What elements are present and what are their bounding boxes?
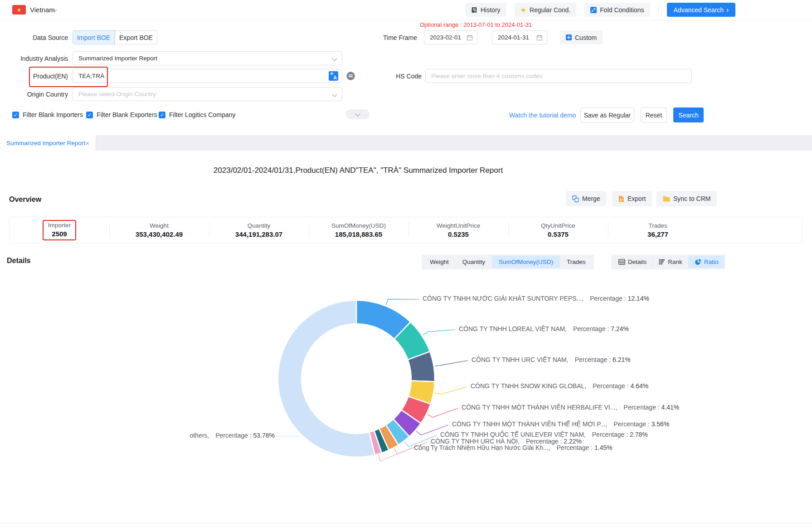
- tab-summarized-importer-report[interactable]: Summarized Importer Report ×: [0, 135, 96, 151]
- pie-label-2: CÔNG TY TNHH URC VIỆT NAM,Percentage : 6…: [472, 356, 631, 363]
- pie-chart-icon: [695, 259, 701, 265]
- optional-range-note: Optional range : 2013-07-01 to 2024-01-3…: [420, 21, 532, 28]
- fold-conditions-button[interactable]: Fold Conditions: [584, 3, 650, 17]
- regular-cond-button[interactable]: ★ Regular Cond.: [515, 3, 577, 17]
- fold-conditions-label: Fold Conditions: [600, 6, 644, 14]
- history-button[interactable]: History: [465, 3, 506, 17]
- filter-logitics-company-label: Filter Logitics Company: [169, 111, 235, 118]
- merge-button[interactable]: Merge: [566, 191, 607, 206]
- regular-cond-label: Regular Cond.: [530, 6, 570, 14]
- data-source-label: Data Source: [0, 34, 68, 41]
- filter-blank-importers-checkbox[interactable]: ✓ Filter Blank Importers: [12, 111, 83, 118]
- pie-label-1: CÔNG TY TNHH LOREAL VIỆT NAM,Percentage …: [459, 325, 629, 332]
- custom-range-button[interactable]: Custom: [560, 30, 603, 44]
- view-tabs: Details Rank Ratio: [611, 254, 725, 269]
- sync-to-crm-button[interactable]: Sync to CRM: [656, 191, 717, 206]
- stat-label: Importer: [48, 222, 71, 229]
- import-boe-tab[interactable]: Import BOE: [73, 30, 115, 44]
- tab-strip: Summarized Importer Report ×: [0, 135, 812, 151]
- pie-label-3: CÔNG TY TNHH SNOW KING GLOBAL,Percentage…: [471, 382, 648, 390]
- tab-sum-of-money[interactable]: SumOfMoney(USD): [492, 256, 560, 268]
- checkbox-checked-icon: ✓: [86, 112, 93, 118]
- pie-label-0: CÔNG TY TNHH NƯỚC GIẢI KHÁT SUNTORY PEPS…: [423, 295, 649, 302]
- date-to-input[interactable]: 2024-01-31: [492, 30, 547, 44]
- filter-logitics-company-checkbox[interactable]: ✓ Filter Logitics Company: [159, 111, 235, 118]
- hs-code-input[interactable]: Please enter more than 4 customs codes: [425, 69, 692, 83]
- stat-label: QtyUnitPrice: [541, 222, 575, 229]
- report-title: 2023/02/01-2024/01/31,Product(EN) AND"TE…: [0, 166, 716, 175]
- history-icon: [471, 7, 477, 13]
- stat-label: Quantity: [248, 222, 270, 229]
- origin-country-select[interactable]: Please select Origin Country: [73, 87, 342, 101]
- translate-icon[interactable]: A: [329, 71, 338, 81]
- tab-title: Summarized Importer Report: [6, 140, 85, 146]
- page: ★ Vietnam History ★ Regular Cond. Fold C…: [0, 0, 812, 527]
- save-as-regular-button[interactable]: Save as Regular: [580, 107, 634, 122]
- export-label: Export: [627, 195, 646, 202]
- stat-weight: Weight 353,430,402.49: [109, 217, 209, 243]
- view-details-button[interactable]: Details: [613, 256, 652, 268]
- metric-tabs: Weight Quantity SumOfMoney(USD) Trades: [422, 254, 594, 269]
- stat-value: 0.5375: [548, 230, 569, 238]
- topbar: ★ Vietnam History ★ Regular Cond. Fold C…: [0, 0, 812, 20]
- pie-leader-4: [427, 408, 458, 417]
- topbar-divider: [658, 6, 659, 14]
- reset-button[interactable]: Reset: [641, 107, 667, 122]
- product-en-input[interactable]: TEA;TRÀ A: [73, 69, 342, 83]
- pie-leader-2: [435, 361, 468, 366]
- date-from-input[interactable]: 2023-02-01: [424, 30, 477, 44]
- pie-leader-0: [386, 299, 419, 305]
- merge-icon: [572, 195, 579, 202]
- checkbox-checked-icon: ✓: [159, 112, 165, 118]
- tab-quantity[interactable]: Quantity: [456, 256, 492, 268]
- calendar-icon[interactable]: [536, 34, 543, 41]
- filter-blank-exporters-checkbox[interactable]: ✓ Filter Blank Exporters: [86, 111, 157, 118]
- view-ratio-label: Ratio: [704, 259, 719, 265]
- stat-value: 36,277: [647, 230, 668, 238]
- ratio-donut-chart: CÔNG TY TNHH NƯỚC GIẢI KHÁT SUNTORY PEPS…: [0, 272, 812, 523]
- sync-to-crm-label: Sync to CRM: [673, 195, 710, 202]
- stat-label: Trades: [648, 222, 667, 229]
- view-ratio-button[interactable]: Ratio: [688, 256, 724, 268]
- industry-analysis-select[interactable]: Summarized Importer Report: [73, 51, 342, 65]
- pie-label-10: others,Percentage : 53.78%: [190, 432, 275, 439]
- advanced-search-button[interactable]: Advanced Search ›: [667, 3, 736, 17]
- section-divider: [0, 523, 812, 523]
- stat-value: 344,191,283.07: [235, 230, 282, 238]
- product-en-label: Product(EN): [0, 73, 68, 80]
- stat-value: 0.5235: [448, 230, 469, 238]
- view-rank-button[interactable]: Rank: [652, 256, 688, 268]
- folder-sync-icon: [663, 196, 670, 202]
- stat-value: 2509: [52, 230, 67, 238]
- rank-icon: [659, 259, 665, 265]
- overview-heading: Overview: [9, 195, 41, 204]
- importer-highlight-box: Importer 2509: [43, 220, 76, 240]
- time-frame-label: Time Frame: [349, 34, 417, 41]
- tab-weight[interactable]: Weight: [423, 256, 456, 268]
- stat-label: WeightUnitPrice: [437, 222, 481, 229]
- close-icon[interactable]: ×: [85, 140, 89, 146]
- checkbox-checked-icon: ✓: [12, 112, 19, 118]
- collapse-conditions-button[interactable]: [346, 109, 370, 119]
- date-from-value: 2023-02-01: [430, 34, 461, 41]
- export-button[interactable]: Export: [612, 191, 652, 206]
- stat-quantity: Quantity 344,191,283.07: [209, 217, 309, 243]
- stat-value: 353,430,402.49: [136, 230, 183, 238]
- chevron-down-icon: [355, 111, 360, 116]
- stat-weight-unit-price: WeightUnitPrice 0.5235: [408, 217, 508, 243]
- country-selector[interactable]: Vietnam: [30, 6, 55, 14]
- pie-label-4: CÔNG TY TNHH MỘT THÀNH VIÊN HERBALIFE VI…: [462, 404, 679, 411]
- custom-icon: [566, 34, 572, 40]
- calendar-icon[interactable]: [467, 34, 473, 41]
- industry-analysis-label: Industry Analysis: [0, 55, 68, 62]
- history-label: History: [481, 6, 501, 14]
- industry-analysis-value: Summarized Importer Report: [78, 55, 157, 62]
- tab-trades[interactable]: Trades: [560, 256, 593, 268]
- topbar-actions: History ★ Regular Cond. Fold Conditions …: [465, 3, 735, 17]
- view-details-label: Details: [628, 259, 647, 265]
- export-boe-tab[interactable]: Export BOE: [115, 30, 157, 44]
- tutorial-link[interactable]: Watch the tutorial demo: [509, 112, 576, 119]
- search-button[interactable]: Search: [673, 107, 704, 122]
- pie-leader-3: [434, 387, 467, 394]
- stat-label: Weight: [150, 222, 169, 229]
